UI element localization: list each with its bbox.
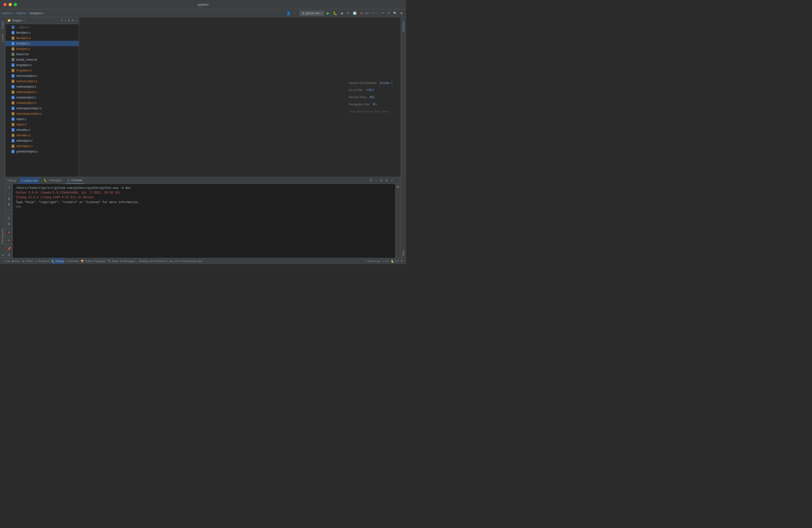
list-item[interactable]: o odictobject.o	[5, 143, 79, 149]
list-item[interactable]: t lnotab_notes.txt	[5, 57, 79, 62]
status-tab-debug[interactable]: 🐛 Debug	[50, 258, 64, 264]
list-item[interactable]: c longobject.c	[5, 62, 79, 68]
step-into-btn[interactable]: ⬇	[6, 196, 12, 201]
status-position[interactable]: ✓ 5:5	[381, 258, 390, 264]
list-item[interactable]: o namespaceobject.o	[5, 111, 79, 116]
threads-btn[interactable]: ⊞	[6, 221, 12, 226]
project-scroll-icon[interactable]: ≡	[64, 19, 66, 22]
run-to-cursor-btn[interactable]: →	[6, 207, 12, 212]
favorites-star[interactable]: ★	[0, 253, 5, 258]
project-gear-icon[interactable]: ⚙	[71, 19, 74, 22]
settings-button[interactable]: ⚙	[400, 11, 404, 15]
list-item[interactable]: o moduleobject.o	[5, 100, 79, 106]
filename-label: moduleobject.c	[16, 96, 36, 99]
restart-btn[interactable]: ↺	[6, 185, 12, 190]
coverage-button[interactable]: ◉	[340, 11, 344, 15]
step-over-btn[interactable]: ↓	[6, 191, 12, 196]
maximize-button[interactable]	[14, 3, 17, 6]
list-item[interactable]: c obmalloc.c	[5, 127, 79, 133]
debug-close-btn[interactable]: ≡	[390, 178, 394, 183]
search-button[interactable]: 🔍	[392, 11, 398, 15]
list-item[interactable]: c namespaceobject.c	[5, 106, 79, 111]
debug-right-icon[interactable]: ⊞	[397, 185, 400, 189]
avatar-button[interactable]: 👤	[286, 11, 292, 16]
run-button[interactable]: ▶	[326, 10, 331, 16]
project-minimize-icon[interactable]: −	[75, 19, 77, 22]
project-tools: ↻ ≡ ⇅ ⚙ −	[61, 19, 77, 22]
list-item[interactable]: o methodobject.o	[5, 89, 79, 95]
undo-button[interactable]: ↶	[380, 11, 385, 15]
list-item[interactable]: o iterobject.o	[5, 35, 79, 41]
list-item[interactable]: t listsort.txt	[5, 52, 79, 57]
debug-session-label[interactable]: python-dev	[25, 179, 38, 182]
window-controls[interactable]	[3, 3, 17, 6]
title-bar: cpython	[0, 0, 406, 9]
list-item[interactable]: o memoryobject.o	[5, 78, 79, 84]
clock-button[interactable]: 🔄	[352, 11, 358, 15]
event-log-icon: □	[365, 260, 367, 263]
debug-tab-debugger[interactable]: 🐛 Debugger	[42, 177, 64, 184]
status-tab-run[interactable]: ▶ Run	[11, 258, 21, 264]
console-area[interactable]: /Users/rhoboro/go/src/github.com/python/…	[13, 184, 395, 258]
list-item[interactable]: o listobject.o	[5, 46, 79, 52]
vtab-project[interactable]: Project	[1, 19, 4, 31]
python-dev-dropdown[interactable]: 🖥 python-dev ▾	[300, 11, 324, 16]
debug-layout-btn[interactable]: ⊞	[379, 178, 383, 183]
frames-btn[interactable]: ⊟	[6, 216, 12, 221]
list-item[interactable]: c picklebufobject.c	[5, 149, 79, 154]
profile-button[interactable]: ⏱	[346, 11, 350, 15]
right-vertical-tabs: Database Make	[401, 17, 406, 258]
status-tab-python-packages[interactable]: 📦 Python Packages	[79, 258, 107, 264]
list-item[interactable]: o object.o	[5, 122, 79, 127]
back-button[interactable]: ←	[293, 11, 298, 15]
list-item[interactable]: o obmalloc.o	[5, 133, 79, 138]
status-tab-terminal[interactable]: ⊡ Terminal	[64, 258, 80, 264]
close-button[interactable]	[3, 3, 6, 6]
project-panel: 📁 Project ▾ ↻ ≡ ⇅ ⚙ − c …object.c	[5, 17, 79, 177]
status-tab-git[interactable]: ⎇ Git	[2, 258, 11, 264]
vtab-pull-requests[interactable]: Pull Requests	[1, 227, 4, 246]
status-tab-problems[interactable]: ⚠ Problems	[34, 258, 50, 264]
debug-minimize-btn[interactable]: −	[374, 178, 378, 183]
list-item[interactable]: c moduleobject.c	[5, 95, 79, 100]
vtab-make[interactable]: Make	[402, 248, 405, 258]
stop-button[interactable]: ■	[359, 11, 363, 16]
filename-label: obmalloc.c	[16, 128, 30, 132]
debug-settings-btn2[interactable]: ⚙	[385, 178, 389, 183]
python-packages-label: Python Packages	[85, 260, 106, 263]
project-expand-icon[interactable]: ⇅	[68, 19, 70, 22]
status-python-version[interactable]: 🐍 3.9	[390, 258, 400, 264]
breadcrumb-folder[interactable]: Objects	[16, 12, 26, 15]
list-item[interactable]: c methodobject.c	[5, 84, 79, 89]
breadcrumb-project[interactable]: cpython	[2, 12, 12, 15]
list-item-selected[interactable]: c listobject.c	[5, 41, 79, 46]
pin-btn[interactable]: 📌	[6, 246, 12, 251]
debug-tools: ⚙ − ⊞ ⚙ ≡	[369, 178, 398, 183]
list-item[interactable]: c …object.c	[5, 25, 79, 30]
step-out-btn[interactable]: ⬆	[6, 202, 12, 207]
list-item[interactable]: c object.c	[5, 116, 79, 122]
vtab-commit[interactable]: Commit	[1, 32, 4, 44]
minimize-button[interactable]	[9, 3, 12, 6]
settings-btn2[interactable]: 🖨	[6, 252, 12, 257]
evaluate-btn[interactable]: ✏	[6, 238, 12, 243]
debug-settings-btn[interactable]: ⚙	[369, 178, 373, 183]
list-item[interactable]: c memoryobject.c	[5, 73, 79, 78]
terminal-icon: ⊡	[66, 260, 68, 263]
list-item[interactable]: o longobject.o	[5, 68, 79, 73]
status-tab-build[interactable]: 🔨 Build	[107, 258, 119, 264]
project-sync-icon[interactable]: ↻	[61, 19, 63, 22]
debug-tab-console[interactable]: ▷ Console	[66, 177, 84, 184]
vtab-database[interactable]: Database	[402, 19, 405, 34]
status-tab-messages[interactable]: ✉ Messages	[119, 258, 136, 264]
status-tab-todo[interactable]: ☰ TODO	[21, 258, 34, 264]
status-event-log[interactable]: □ Event Log	[364, 258, 381, 264]
filename-label: lnotab_notes.txt	[16, 58, 37, 61]
redo-button[interactable]: ↷	[386, 11, 391, 15]
stop-debug-btn[interactable]: ■	[6, 230, 12, 235]
debug-button[interactable]: 🐛	[332, 11, 338, 16]
list-item[interactable]: c iterobject.c	[5, 30, 79, 35]
list-item[interactable]: c odictobject.c	[5, 138, 79, 143]
status-git-icon-right[interactable]: ⚙	[400, 258, 404, 264]
run-icon: ▶	[12, 260, 14, 263]
